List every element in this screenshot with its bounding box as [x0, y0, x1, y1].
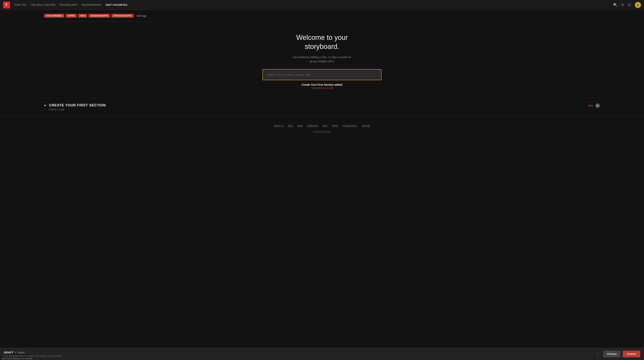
draft-saved-label: Saved	[18, 351, 24, 354]
section-meta: 0 items • Large	[49, 108, 106, 111]
tag-techtrends[interactable]: #TECHTRENDS	[44, 14, 64, 18]
tags-bar: #TECHTRENDS #APPS #IOS #ANDROIDAPPS #PHO…	[0, 10, 644, 22]
draft-label: DRAFT	[4, 351, 14, 354]
nav-links: FOR YOU THE DAILY EDITION TECHNOLOGY PHO…	[14, 4, 608, 6]
draft-status: DRAFT Saved	[4, 351, 594, 354]
main-content: #TECHTRENDS #APPS #IOS #ANDROIDAPPS #PHO…	[0, 10, 644, 360]
user-avatar[interactable]: L	[635, 2, 641, 8]
section-row-left: ► CREATE YOUR FIRST SECTION 0 items • La…	[44, 103, 106, 111]
nav-right: 🔍 ✎ ☷ L	[613, 2, 641, 8]
nav-link-edit-favorites[interactable]: EDIT FAVORITES	[106, 4, 128, 6]
url-input-wrapper	[262, 69, 382, 80]
footer-link-tools[interactable]: Tools	[297, 124, 303, 127]
section-close-button[interactable]: ✕	[595, 103, 600, 108]
nav-link-daily-edition[interactable]: THE DAILY EDITION	[30, 4, 56, 6]
preview-button[interactable]: Preview	[603, 350, 620, 357]
section-info: CREATE YOUR FIRST SECTION 0 items • Larg…	[49, 103, 106, 111]
edit-icon[interactable]: ✎	[621, 3, 624, 7]
section-added-title: Create Your First Section added	[302, 83, 342, 86]
footer-copyright[interactable]: © 2020 Flipboard	[313, 130, 331, 133]
footer-link-terms[interactable]: Terms	[332, 124, 338, 127]
storyboard-welcome: Welcome to yourstoryboard. Get started b…	[0, 22, 644, 98]
nav-link-technology[interactable]: TECHNOLOGY	[59, 4, 78, 6]
sections-area: ► CREATE YOUR FIRST SECTION 0 items • La…	[0, 98, 644, 117]
footer-link-help[interactable]: Help	[322, 124, 327, 127]
footer-link-sitemap[interactable]: Sitemap	[362, 124, 370, 127]
bottom-bar: DRAFT Saved Your Storyboard won't be vis…	[0, 348, 644, 360]
edit-tags-button[interactable]: Edit tags	[137, 14, 146, 17]
more-options-button[interactable]: ⋮	[594, 351, 601, 357]
tag-photography[interactable]: #PHOTOGRAPHY	[111, 14, 134, 18]
grid-icon[interactable]: ☷	[628, 3, 631, 7]
section-row: ► CREATE YOUR FIRST SECTION 0 items • La…	[44, 103, 600, 111]
nav-link-photography[interactable]: PHOTOGRAPHY	[82, 4, 102, 6]
tag-ios[interactable]: #IOS	[78, 14, 87, 18]
footer: About Us Blog Tools Publishers Help Term…	[0, 117, 644, 137]
tag-androidapps[interactable]: #ANDROIDAPPS	[88, 14, 110, 18]
footer-link-publishers[interactable]: Publishers	[307, 124, 318, 127]
tag-apps[interactable]: #APPS	[66, 14, 77, 18]
section-row-right: Edit ✕	[588, 103, 600, 108]
footer-link-about-us[interactable]: About Us	[274, 124, 283, 127]
draft-info: DRAFT Saved Your Storyboard won't be vis…	[4, 351, 594, 357]
publish-button[interactable]: Publish	[623, 350, 640, 357]
draft-dot-separator	[15, 352, 16, 353]
flipboard-logo[interactable]: F	[3, 2, 10, 8]
section-chevron-icon[interactable]: ►	[44, 104, 47, 107]
navbar: F FOR YOU THE DAILY EDITION TECHNOLOGY P…	[0, 0, 644, 10]
draft-note: Your Storyboard won't be visible to the …	[4, 355, 594, 357]
url-section-input[interactable]	[264, 70, 380, 79]
section-name: CREATE YOUR FIRST SECTION	[49, 103, 106, 107]
footer-links: About Us Blog Tools Publishers Help Term…	[274, 124, 370, 127]
status-bar: https://about.flipboard.com/copyright	[0, 357, 34, 360]
storyboard-title: Welcome to yourstoryboard.	[296, 33, 348, 51]
bottom-bar-right: ⋮ Preview Publish	[594, 350, 640, 357]
footer-link-blog[interactable]: Blog	[288, 124, 293, 127]
storyboard-subtitle: Get started by adding a URL, or start a …	[293, 55, 351, 64]
search-icon[interactable]: 🔍	[613, 3, 617, 7]
footer-link-privacy-policy[interactable]: Privacy Policy	[343, 124, 357, 127]
section-added-message: Create Your First Section added See sect…	[302, 83, 342, 90]
nav-link-for-you[interactable]: FOR YOU	[14, 4, 27, 6]
see-section-link[interactable]: See section to edit	[311, 86, 333, 90]
section-edit-button[interactable]: Edit	[588, 104, 593, 107]
